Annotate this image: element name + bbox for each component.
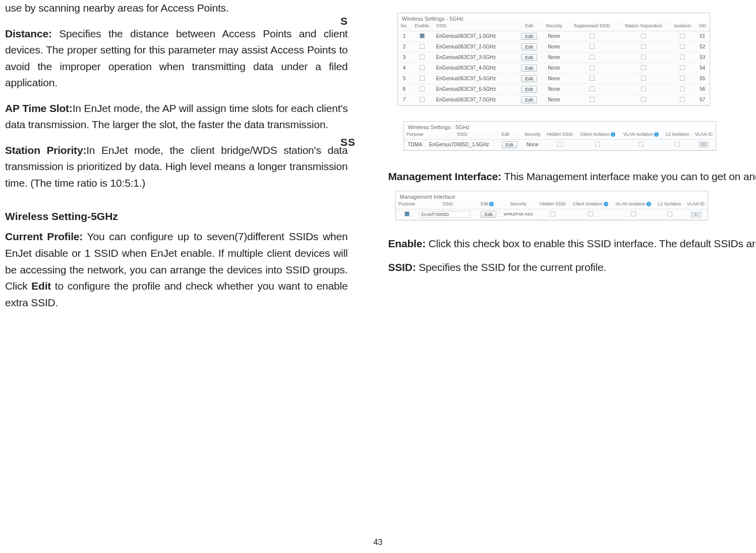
cell: None [541, 41, 566, 52]
checkbox[interactable] [557, 142, 562, 147]
cell: 5 [398, 73, 411, 84]
para-current-profile: Current Profile: You can configure up to… [5, 229, 348, 311]
cell: 3 [398, 52, 411, 63]
cell: 52 [695, 41, 709, 52]
edit-button[interactable]: Edit [521, 43, 537, 50]
cell: 7 [398, 94, 411, 105]
hidden-text: SS [340, 136, 356, 148]
checkbox[interactable] [675, 142, 680, 147]
cell: None [541, 63, 566, 73]
checkbox[interactable] [641, 86, 646, 91]
cell: 4 [398, 63, 411, 73]
ssid-input[interactable]: EnJef70905D [420, 211, 470, 218]
edit-button[interactable]: Edit [521, 86, 537, 93]
checkbox[interactable] [631, 211, 636, 216]
checkbox[interactable] [590, 33, 595, 38]
checkbox[interactable] [550, 211, 555, 216]
table-row: 5EnGenius063C97_5-5GHzEditNone55 [398, 73, 710, 84]
col-header: SSID [433, 22, 517, 31]
checkbox[interactable] [641, 65, 646, 70]
edit-button[interactable]: Edit [521, 75, 537, 82]
cell: TDMA [404, 139, 426, 150]
edit-button[interactable]: Edit [521, 33, 537, 40]
label-cp: Current Profile: [5, 231, 83, 242]
edit-button[interactable]: Edit [521, 65, 537, 72]
cell: 55 [695, 73, 709, 84]
enable-checkbox[interactable] [420, 54, 425, 60]
checkbox[interactable] [590, 97, 595, 102]
checkbox[interactable] [680, 44, 685, 49]
col-header: Edit [499, 130, 522, 139]
cell: EnGenius063C97_5-5GHz [433, 73, 517, 84]
checkbox[interactable] [641, 97, 646, 102]
enable-checkbox[interactable] [420, 97, 425, 102]
panel-title: Wireless Settings - 5GHz [404, 122, 716, 130]
enable-checkbox[interactable] [420, 33, 425, 38]
cell: 57 [695, 94, 709, 105]
checkbox[interactable] [590, 86, 595, 91]
checkbox[interactable] [638, 142, 644, 147]
col-header: Suppressed SSID [566, 22, 617, 31]
checkbox[interactable] [590, 76, 595, 81]
enable-checkbox[interactable] [420, 44, 425, 49]
checkbox[interactable] [667, 211, 672, 216]
para-ssid: SSID: Specifies the SSID for the current… [388, 259, 757, 276]
enable-checkbox[interactable] [420, 65, 425, 70]
edit-button[interactable]: Edit [521, 96, 537, 103]
checkbox[interactable] [680, 86, 685, 91]
checkbox[interactable] [641, 44, 646, 49]
edit-button[interactable]: Edit [481, 211, 497, 218]
checkbox[interactable] [590, 65, 595, 70]
cell: EnGenius063C97_2-5GHz [433, 41, 517, 52]
col-header: VLAN Isolationi [619, 130, 663, 139]
checkbox[interactable] [680, 97, 685, 102]
col-header: No. [398, 22, 411, 31]
cell: EnGenius063C97_1-5GHz [433, 31, 517, 41]
checkbox[interactable] [680, 33, 685, 38]
cell: 1 [398, 31, 411, 41]
checkbox[interactable] [641, 76, 646, 81]
cell: None [541, 84, 566, 94]
checkbox-checked[interactable] [404, 211, 410, 216]
label-apslot: AP Time Slot: [5, 102, 73, 114]
col-header: Client Isolationi [576, 130, 619, 139]
checkbox[interactable] [641, 33, 646, 38]
screenshot-wireless-settings-tdma: Wireless Settings - 5GHz PurposeSSIDEdit… [403, 121, 716, 151]
ssid-table-tdma: PurposeSSIDEditSecurityHidden SSIDClient… [404, 130, 716, 150]
help-icon[interactable]: i [654, 132, 659, 137]
checkbox[interactable] [595, 142, 600, 147]
col-header: Station Separation [617, 22, 670, 31]
label-distance: Distance: [5, 28, 52, 39]
help-icon[interactable]: i [604, 202, 608, 206]
edit-button[interactable]: Edit [521, 54, 537, 61]
checkbox[interactable] [590, 54, 595, 60]
enable-checkbox[interactable] [420, 76, 425, 81]
cell: 51 [695, 31, 709, 41]
cell: EnGenius063C97_4-5GHz [433, 63, 517, 73]
help-icon[interactable]: i [611, 132, 615, 137]
text: use by scanning nearby areas for Access … [5, 0, 348, 17]
panel-title: Management Interface [396, 191, 708, 200]
table-row: 4EnGenius063C97_4-5GHzEditNone54 [398, 63, 710, 73]
cell: 6 [398, 84, 411, 94]
checkbox[interactable] [588, 211, 593, 216]
col-header: Purpose [404, 130, 426, 139]
col-header: L2 Isolation [663, 130, 692, 139]
col-header: Security [541, 22, 566, 31]
help-icon[interactable]: i [647, 202, 651, 206]
enable-checkbox[interactable] [420, 86, 425, 91]
checkbox[interactable] [641, 54, 646, 60]
checkbox[interactable] [680, 54, 685, 60]
checkbox[interactable] [680, 76, 685, 81]
cell: EnGenius70905D_1-5GHz [426, 139, 499, 150]
cell: None [541, 52, 566, 63]
table-row: 6EnGenius063C97_6-5GHzEditNone56 [398, 84, 710, 94]
cell: None [521, 139, 543, 150]
help-icon[interactable]: i [489, 202, 494, 206]
checkbox[interactable] [590, 44, 595, 49]
checkbox[interactable] [680, 65, 685, 70]
para-distance: Distance: Specifies the distance between… [5, 26, 348, 91]
edit-button[interactable]: Edit [502, 141, 518, 148]
panel-title: Wireless Settings - 5GHz [398, 13, 710, 22]
heading-ws5: Wireless Setting-5GHz [5, 210, 348, 223]
